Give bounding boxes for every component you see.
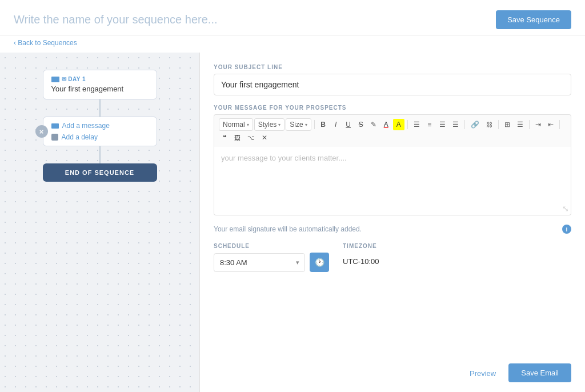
toolbar-separator-3 bbox=[464, 120, 465, 129]
footer-area: Preview Save Email bbox=[214, 281, 571, 385]
day1-node[interactable]: ✉ DAY 1 Your first engagement bbox=[43, 70, 157, 99]
message-editor[interactable]: your message to your clients matter.... … bbox=[214, 147, 571, 215]
schedule-input-row: 8:00 AM 8:30 AM 9:00 AM 9:30 AM 10:00 AM… bbox=[214, 253, 329, 272]
message-label: YOUR MESSAGE FOR YOUR PROSPECTS bbox=[214, 105, 571, 111]
eraser-button[interactable]: ✕ bbox=[259, 132, 270, 143]
blockquote-button[interactable]: ❝ bbox=[219, 132, 230, 143]
subject-input[interactable] bbox=[214, 74, 571, 95]
save-sequence-button[interactable]: Save Sequence bbox=[496, 10, 571, 29]
subject-section: YOUR SUBJECT LINE bbox=[214, 64, 571, 95]
clock-button[interactable]: 🕐 bbox=[310, 253, 329, 272]
end-of-sequence-node[interactable]: END OF SEQUENCE bbox=[43, 163, 157, 182]
time-select-wrapper: 8:00 AM 8:30 AM 9:00 AM 9:30 AM 10:00 AM bbox=[214, 253, 305, 272]
bold-button[interactable]: B bbox=[318, 119, 329, 130]
table-button[interactable]: ⊞ bbox=[502, 119, 513, 130]
signature-note: Your email signature will be automatical… bbox=[214, 225, 571, 234]
back-to-sequences-link[interactable]: ‹ Back to Sequences bbox=[0, 35, 585, 53]
size-dropdown[interactable]: Size ▾ bbox=[286, 118, 311, 131]
unlink-button[interactable]: ⛓ bbox=[483, 119, 495, 130]
sequence-flow-panel: ✉ DAY 1 Your first engagement × Add a me… bbox=[0, 53, 200, 392]
editor-toolbar: Normal ▾ Styles ▾ Size ▾ B I U S ✎ A A bbox=[214, 114, 571, 147]
timezone-value: UTC-10:00 bbox=[343, 253, 379, 270]
italic-button[interactable]: I bbox=[330, 119, 342, 130]
dropdown-caret-2: ▾ bbox=[278, 122, 281, 127]
time-select[interactable]: 8:00 AM 8:30 AM 9:00 AM 9:30 AM 10:00 AM bbox=[214, 253, 305, 272]
action-row: × Add a message Add a delay bbox=[43, 117, 157, 146]
sequence-title-input[interactable]: Write the name of your sequence here... bbox=[14, 13, 218, 26]
align-justify-button[interactable]: ☰ bbox=[450, 119, 462, 130]
link-button[interactable]: 🔗 bbox=[468, 119, 482, 130]
schedule-field: SCHEDULE 8:00 AM 8:30 AM 9:00 AM 9:30 AM… bbox=[214, 243, 329, 272]
styles-dropdown[interactable]: Styles ▾ bbox=[254, 118, 285, 131]
font-bg-button[interactable]: A bbox=[393, 119, 404, 130]
pen-button[interactable]: ✎ bbox=[368, 119, 379, 130]
node-title: Your first engagement bbox=[51, 85, 149, 93]
timezone-field: TIMEZONE UTC-10:00 bbox=[343, 243, 379, 270]
add-message-button[interactable]: Add a message bbox=[51, 122, 110, 130]
message-section: YOUR MESSAGE FOR YOUR PROSPECTS Normal ▾… bbox=[214, 105, 571, 215]
mail-icon bbox=[51, 123, 59, 129]
toolbar-separator-6 bbox=[559, 120, 560, 129]
strikethrough-button[interactable]: S bbox=[355, 119, 367, 130]
email-editor-panel: YOUR SUBJECT LINE YOUR MESSAGE FOR YOUR … bbox=[200, 53, 585, 392]
main-layout: ✉ DAY 1 Your first engagement × Add a me… bbox=[0, 53, 585, 392]
indent-button[interactable]: ⇥ bbox=[532, 119, 544, 130]
connector-line bbox=[99, 99, 101, 117]
delay-icon bbox=[51, 134, 58, 141]
align-center-button[interactable]: ≡ bbox=[424, 119, 435, 130]
day-label: ✉ DAY 1 bbox=[51, 76, 149, 82]
toolbar-separator-2 bbox=[407, 120, 408, 129]
list-ul-button[interactable]: ☰ bbox=[514, 119, 526, 130]
resize-handle: ⤡ bbox=[562, 204, 569, 213]
subject-label: YOUR SUBJECT LINE bbox=[214, 64, 571, 70]
toolbar-separator-5 bbox=[529, 120, 530, 129]
add-delay-button[interactable]: Add a delay bbox=[51, 133, 98, 141]
schedule-section: SCHEDULE 8:00 AM 8:30 AM 9:00 AM 9:30 AM… bbox=[214, 243, 571, 272]
dropdown-caret-3: ▾ bbox=[305, 122, 307, 127]
image-button[interactable]: 🖼 bbox=[231, 133, 243, 143]
info-icon[interactable]: i bbox=[562, 225, 571, 234]
normal-dropdown[interactable]: Normal ▾ bbox=[219, 118, 253, 131]
clock-icon: 🕐 bbox=[315, 258, 324, 267]
remove-button[interactable]: × bbox=[35, 125, 48, 138]
align-left-button[interactable]: ☰ bbox=[411, 119, 423, 130]
timezone-label: TIMEZONE bbox=[343, 243, 379, 249]
email-icon bbox=[51, 77, 59, 82]
preview-button[interactable]: Preview bbox=[464, 365, 502, 382]
outdent-button[interactable]: ⇤ bbox=[545, 119, 556, 130]
header: Write the name of your sequence here... … bbox=[0, 0, 585, 35]
underline-button[interactable]: U bbox=[343, 119, 354, 130]
editor-placeholder: your message to your clients matter.... bbox=[221, 154, 347, 162]
code-button[interactable]: ⌥ bbox=[245, 133, 258, 143]
schedule-label: SCHEDULE bbox=[214, 243, 329, 249]
font-color-button[interactable]: A bbox=[380, 119, 392, 130]
save-email-button[interactable]: Save Email bbox=[508, 363, 571, 382]
toolbar-separator-1 bbox=[314, 120, 315, 129]
connector-line-2 bbox=[99, 146, 101, 163]
toolbar-separator-4 bbox=[498, 120, 499, 129]
align-right-button[interactable]: ☰ bbox=[436, 119, 448, 130]
dropdown-caret: ▾ bbox=[247, 122, 249, 127]
